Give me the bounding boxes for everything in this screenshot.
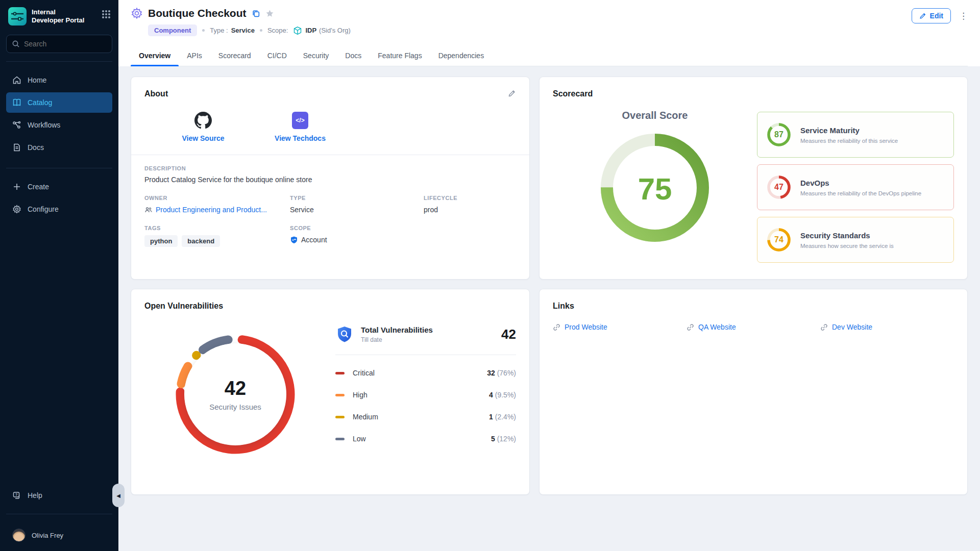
edit-about-icon[interactable] — [508, 89, 516, 97]
owner-label: OWNER — [144, 195, 290, 201]
workflows-icon — [12, 120, 21, 130]
user-menu[interactable]: Olivia Frey — [0, 522, 118, 551]
medium-marker — [335, 416, 345, 418]
sidebar-item-help[interactable]: ? Help — [6, 485, 112, 506]
scorecard-item-title: Service Maturity — [800, 126, 898, 135]
tab-overview[interactable]: Overview — [131, 46, 179, 66]
edit-button[interactable]: Edit — [912, 8, 951, 23]
scope-value: IDP — [305, 27, 316, 34]
total-vulnerabilities-sub: Till date — [361, 336, 433, 343]
app-title: Internal Developer Portal — [32, 7, 84, 25]
sidebar-item-label: Create — [28, 183, 49, 191]
search-field[interactable] — [24, 40, 101, 48]
scope-org: (Sid's Org) — [319, 27, 351, 34]
plus-icon — [12, 182, 21, 191]
vulnerabilities-title: Open Vulnerabilities — [144, 302, 516, 311]
github-icon — [194, 112, 212, 129]
scorecard-item-devops[interactable]: 47 DevOps Measures the reliability of th… — [757, 164, 954, 210]
scorecard-card: Scorecard Overall Score — [539, 77, 968, 280]
main-area: Boutique Checkout Component Type : Servi… — [118, 0, 980, 551]
star-icon[interactable] — [265, 9, 274, 18]
page-title: Boutique Checkout — [148, 7, 247, 19]
sidebar: Internal Developer Portal Home Catalog W… — [0, 0, 118, 551]
sidebar-item-label: Home — [28, 76, 46, 84]
sidebar-item-workflows[interactable]: Workflows — [6, 115, 112, 135]
dev-website-link[interactable]: Dev Website — [820, 323, 954, 331]
security-issues-label: Security Issues — [209, 403, 261, 411]
links-title: Links — [553, 302, 954, 311]
sidebar-divider — [6, 514, 112, 514]
copy-icon[interactable] — [252, 9, 260, 18]
view-techdocs-link[interactable]: </> View Techdocs — [262, 112, 338, 142]
sidebar-item-home[interactable]: Home — [6, 70, 112, 90]
sidebar-item-label: Docs — [28, 143, 44, 152]
user-avatar — [12, 529, 26, 542]
legend-label: Low — [353, 435, 366, 443]
tab-security[interactable]: Security — [295, 46, 337, 66]
vulnerabilities-donut: 42 Security Issues — [169, 328, 302, 461]
tags-label: TAGS — [144, 225, 290, 231]
docs-icon — [12, 143, 21, 152]
content-grid: About View Source </> View Techdocs DESC… — [118, 66, 980, 551]
type-field-label: TYPE — [290, 195, 424, 201]
tab-apis[interactable]: APIs — [179, 46, 210, 66]
legend-row-low: Low 5 (12%) — [335, 435, 516, 443]
overall-score-label: Overall Score — [622, 110, 688, 121]
owner-link[interactable]: Product Engineering and Product... — [156, 206, 267, 214]
scorecard-item-security-standards[interactable]: 74 Security Standards Measures how secur… — [757, 217, 954, 263]
links-card: Links Prod Website QA Website Dev Websit… — [539, 289, 968, 495]
legend-row-critical: Critical 32 (76%) — [335, 369, 516, 377]
team-icon — [144, 206, 153, 214]
sidebar-item-docs[interactable]: Docs — [6, 137, 112, 158]
about-title: About — [144, 89, 516, 98]
catalog-book-icon — [12, 98, 21, 107]
tag-chip[interactable]: python — [144, 235, 178, 247]
sidebar-item-label: Help — [28, 491, 42, 499]
entity-meta: Component Type : Service Scope: IDP (Sid… — [148, 24, 968, 36]
scorecard-item-desc: Measures the reliability of this service — [800, 138, 898, 144]
chevron-left-icon: ◀ — [116, 493, 120, 498]
sidebar-item-catalog[interactable]: Catalog — [6, 92, 112, 113]
search-input[interactable] — [6, 35, 112, 53]
tab-docs[interactable]: Docs — [337, 46, 370, 66]
apps-grid-icon[interactable] — [102, 10, 111, 19]
more-options-button[interactable]: ⋮ — [959, 12, 968, 20]
sidebar-divider — [6, 61, 112, 62]
scorecard-item-desc: Measures how secure the service is — [800, 243, 894, 249]
legend-label: Medium — [353, 413, 378, 421]
description-label: DESCRIPTION — [144, 165, 516, 171]
legend-divider — [335, 355, 516, 355]
high-marker — [335, 394, 345, 396]
type-label: Type : — [210, 27, 228, 34]
about-card: About View Source </> View Techdocs DESC… — [131, 77, 530, 280]
sidebar-collapse-handle[interactable]: ◀ — [112, 484, 125, 507]
sidebar-item-label: Configure — [28, 205, 59, 213]
legend-label: High — [353, 391, 368, 399]
view-source-link[interactable]: View Source — [165, 112, 241, 142]
pencil-icon — [919, 12, 926, 19]
sidebar-item-configure[interactable]: Configure — [6, 199, 112, 219]
sidebar-divider — [6, 168, 112, 168]
tab-scorecard[interactable]: Scorecard — [210, 46, 259, 66]
security-issues-count: 42 — [225, 378, 246, 399]
search-icon — [12, 40, 20, 48]
prod-website-link[interactable]: Prod Website — [553, 323, 687, 331]
app-logo-icon — [8, 7, 27, 26]
tag-chip[interactable]: backend — [182, 235, 220, 247]
component-badge: Component — [148, 24, 197, 36]
sidebar-item-create[interactable]: Create — [6, 177, 112, 197]
legend-label: Critical — [353, 369, 375, 377]
about-divider — [131, 155, 529, 155]
tab-cicd[interactable]: CI/CD — [259, 46, 295, 66]
type-value: Service — [231, 27, 255, 34]
scorecard-item-title: DevOps — [800, 179, 921, 187]
total-vulnerabilities-value: 42 — [501, 327, 516, 342]
qa-website-link[interactable]: QA Website — [687, 323, 820, 331]
tab-feature-flags[interactable]: Feature Flags — [370, 46, 430, 66]
link-icon — [820, 323, 828, 331]
svg-text:?: ? — [15, 492, 18, 497]
tab-dependencies[interactable]: Dependencies — [430, 46, 493, 66]
user-name: Olivia Frey — [32, 532, 63, 539]
scorecard-item-service-maturity[interactable]: 87 Service Maturity Measures the reliabi… — [757, 112, 954, 158]
overall-score-donut: 75 — [596, 129, 714, 249]
